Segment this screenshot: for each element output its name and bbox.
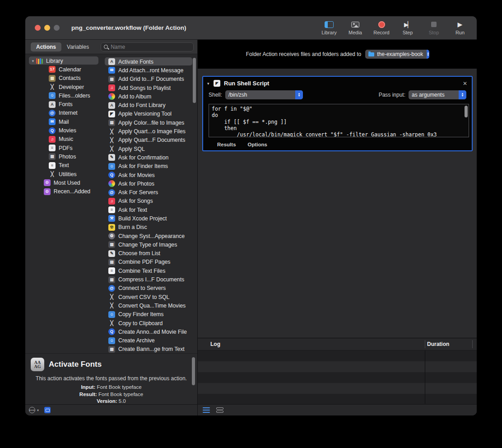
log-stack-view-icon[interactable]: [216, 407, 223, 413]
code-scrollbar[interactable]: [465, 106, 468, 117]
action-item-ask-for-finder-items[interactable]: ☺Ask for Finder Items: [103, 162, 197, 171]
action-item-apply-sql[interactable]: ╳Apply SQL: [103, 145, 197, 153]
action-item-ask-for-text[interactable]: ≡Ask for Text: [103, 205, 197, 214]
log-list-view-icon[interactable]: [203, 407, 210, 413]
pass-input-popup[interactable]: as arguments ▲▼: [409, 90, 466, 99]
action-item-add-to-font-library[interactable]: AAdd to Font Library: [103, 101, 197, 109]
action-item-ask-for-photos[interactable]: Ask for Photos: [103, 179, 197, 188]
action-item-add-to-album[interactable]: Add to Album: [103, 92, 197, 101]
action-item-burn-a-disc[interactable]: ☢Burn a Disc: [103, 223, 197, 232]
action-item-convert-csv-to-sql[interactable]: ╳Convert CSV to SQL: [103, 293, 197, 301]
close-window-button[interactable]: [35, 25, 41, 31]
fonts-icon: A: [108, 58, 115, 65]
folder-select-popup[interactable]: the-examples-book ▲▼: [365, 50, 428, 59]
sidebar-item-label: Library: [46, 58, 63, 64]
action-item-create-anno-ed-movie-file[interactable]: QCreate Anno...ed Movie File: [103, 327, 197, 336]
run-button[interactable]: ▶Run: [450, 20, 470, 35]
sidebar-item-music[interactable]: ♫Music: [25, 135, 103, 144]
search-field[interactable]: [101, 42, 194, 51]
block-footer: Results Options: [203, 142, 267, 147]
actions-browser: ▾Library17Calendar▤Contacts╳Developer☺Fi…: [25, 54, 197, 368]
options-link[interactable]: Options: [248, 142, 267, 147]
media-browser-toggle-icon[interactable]: [44, 407, 51, 413]
block-close-icon[interactable]: ✕: [463, 80, 467, 87]
minimize-window-button[interactable]: [44, 25, 50, 31]
action-item-apple-versioning-tool[interactable]: ◤Apple Versioning Tool: [103, 110, 197, 118]
sidebar-item-pdfs[interactable]: ≡PDFs: [25, 144, 103, 152]
action-item-compress-i-f-documents[interactable]: ▤Compress I...F Documents: [103, 275, 197, 284]
collapse-chevron-icon[interactable]: ▾: [207, 81, 214, 86]
sidebar-item-library[interactable]: ▾Library: [25, 56, 103, 65]
action-item-activate-fonts[interactable]: AActivate Fonts: [103, 57, 197, 66]
tab-variables[interactable]: Variables: [61, 42, 94, 51]
tab-actions[interactable]: Actions: [31, 42, 61, 51]
finder-icon: ☺: [108, 163, 115, 170]
action-item-connect-to-servers[interactable]: @Connect to Servers: [103, 284, 197, 293]
shell-script-editor[interactable]: for f in "$@" do if [[ $f == *.png ]] th…: [209, 104, 469, 137]
action-item-apply-quart-f-documents[interactable]: ╳Apply Quart...F Documents: [103, 136, 197, 145]
shell-select-popup[interactable]: /bin/zsh ▲▼: [225, 90, 303, 99]
action-item-build-xcode-project[interactable]: ⚒Build Xcode Project: [103, 214, 197, 223]
sidebar-item-contacts[interactable]: ▤Contacts: [25, 74, 103, 83]
log-column-header[interactable]: Log: [210, 341, 220, 347]
action-item-ask-for-confirmation[interactable]: ✎Ask for Confirmation: [103, 153, 197, 162]
sidebar-item-text[interactable]: ≡Text: [25, 161, 103, 170]
font-book-icon: AAAG: [31, 358, 44, 371]
action-item-change-type-of-images[interactable]: ▤Change Type of Images: [103, 240, 197, 249]
run-shell-script-block[interactable]: ▾ ◤ Run Shell Script ✕ Shell: /bin/zsh ▲…: [202, 76, 473, 151]
action-item-combine-text-files[interactable]: ≡Combine Text Files: [103, 266, 197, 275]
shell-script-code: for f in "$@" do if [[ $f == *.png ]] th…: [209, 104, 469, 137]
zoom-window-button[interactable]: [54, 25, 60, 31]
action-menu-icon[interactable]: ●●●: [29, 407, 35, 413]
finder-icon: ☺: [108, 337, 115, 344]
column-divider[interactable]: [425, 340, 425, 348]
action-item-label: Ask for Finder Items: [118, 163, 168, 169]
action-item-ask-for-servers[interactable]: @Ask For Servers: [103, 188, 197, 196]
action-item-apply-color-file-to-images[interactable]: ▤Apply Color...file to Images: [103, 118, 197, 127]
action-item-add-songs-to-playlist[interactable]: ♫Add Songs to Playlist: [103, 84, 197, 92]
results-link[interactable]: Results: [217, 142, 236, 147]
library-button[interactable]: Library: [319, 20, 339, 35]
action-item-change-syst-appearance[interactable]: ⚙Change Syst...Appearance: [103, 232, 197, 240]
sidebar-item-internet[interactable]: @Internet: [25, 109, 103, 117]
action-item-ask-for-songs[interactable]: ♫Ask for Songs: [103, 197, 197, 205]
media-button[interactable]: Media: [345, 20, 366, 35]
action-item-ask-for-movies[interactable]: QAsk for Movies: [103, 171, 197, 179]
sidebar-item-most-used[interactable]: ⚙Most Used: [25, 178, 103, 187]
sidebar-item-files-olders[interactable]: ☺Files...olders: [25, 91, 103, 100]
action-item-convert-qua-time-movies[interactable]: ╳Convert Qua...Time Movies: [103, 301, 197, 310]
sidebar-item-utilities[interactable]: ╳Utilities: [25, 170, 103, 178]
action-item-add-attach-ront-message[interactable]: ✉Add Attach...ront Message: [103, 66, 197, 75]
utilities-icon: ╳: [108, 145, 115, 152]
action-item-combine-pdf-pages[interactable]: ▤Combine PDF Pages: [103, 258, 197, 266]
action-item-add-grid-to-f-documents[interactable]: ▤Add Grid to...F Documents: [103, 75, 197, 84]
sidebar-item-photos[interactable]: ▤Photos: [25, 152, 103, 161]
sidebar-item-fonts[interactable]: AFonts: [25, 100, 103, 108]
action-item-create-bann-ge-from-text[interactable]: ▤Create Bann...ge from Text: [103, 345, 197, 354]
action-item-copy-to-clipboard[interactable]: ╳Copy to Clipboard: [103, 319, 197, 327]
record-button[interactable]: Record: [371, 20, 392, 35]
shell-script-icon: ◤: [214, 80, 220, 87]
action-item-apply-quart-o-image-files[interactable]: ╳Apply Quart...o Image Files: [103, 127, 197, 135]
stop-button[interactable]: Stop: [423, 20, 444, 35]
fonts-icon: A: [49, 101, 56, 108]
sidebar-item-recen-added[interactable]: ⚙Recen...Added: [25, 187, 103, 196]
action-menu-chevron-icon[interactable]: ▾: [37, 408, 39, 412]
duration-column-header[interactable]: Duration: [427, 341, 449, 347]
search-input[interactable]: [111, 44, 191, 50]
log-rows: [198, 350, 477, 405]
expand-chevron-icon[interactable]: ▾: [30, 59, 36, 63]
step-button[interactable]: ▶▏Step: [397, 20, 418, 35]
sidebar-item-developer[interactable]: ╳Developer: [25, 83, 103, 91]
sidebar-item-mail[interactable]: ✉Mail: [25, 117, 103, 126]
action-item-create-archive[interactable]: ☺Create Archive: [103, 336, 197, 345]
toolbar-button-label: Stop: [429, 30, 439, 35]
action-item-copy-finder-items[interactable]: ☺Copy Finder Items: [103, 310, 197, 319]
toolbar-button-label: Record: [373, 30, 389, 35]
action-item-label: Combine Text Files: [118, 268, 165, 274]
action-item-choose-from-list[interactable]: ✎Choose from List: [103, 249, 197, 258]
sidebar-item-movies[interactable]: QMovies: [25, 126, 103, 135]
detail-scrollbar[interactable]: [192, 357, 195, 385]
sidebar-item-calendar[interactable]: 17Calendar: [25, 65, 103, 74]
column-divider[interactable]: [472, 340, 473, 348]
